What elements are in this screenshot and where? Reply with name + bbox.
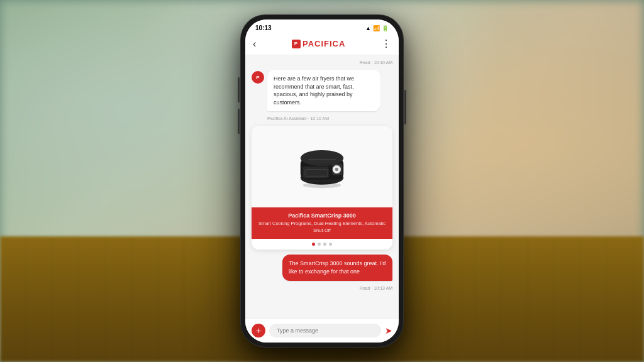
add-button[interactable]: + bbox=[252, 324, 265, 337]
status-icons: ▲ 📶 🔋 bbox=[365, 25, 389, 31]
svg-point-10 bbox=[303, 183, 341, 189]
svg-point-2 bbox=[301, 150, 343, 166]
dot-2[interactable] bbox=[318, 243, 321, 246]
air-fryer-image bbox=[294, 135, 350, 198]
status-time: 10:13 bbox=[255, 25, 272, 31]
product-image-area bbox=[252, 126, 392, 207]
svg-point-5 bbox=[335, 168, 338, 171]
back-button[interactable]: ‹ bbox=[253, 38, 256, 50]
ai-avatar: P bbox=[252, 71, 264, 84]
signal-icon: ▲ bbox=[365, 25, 371, 31]
product-card[interactable]: Pacifica SmartCrisp 3000 Smart Cooking P… bbox=[252, 126, 392, 250]
dot-4[interactable] bbox=[329, 243, 332, 246]
carousel-dots bbox=[252, 239, 392, 250]
brand-logo-icon: P bbox=[292, 40, 301, 48]
dot-3[interactable] bbox=[323, 243, 326, 246]
send-button[interactable]: ➤ bbox=[385, 326, 392, 336]
status-bar: 10:13 ▲ 📶 🔋 bbox=[245, 19, 399, 34]
dot-1[interactable] bbox=[312, 243, 315, 246]
user-message-row: The SmartCrisp 3000 sounds great. I'd li… bbox=[252, 255, 392, 280]
phone-screen: 10:13 ▲ 📶 🔋 ‹ P PACIFICA ⋮ bbox=[245, 19, 399, 343]
product-name: Pacifica SmartCrisp 3000 bbox=[258, 212, 386, 219]
battery-icon: 🔋 bbox=[382, 25, 389, 31]
ai-sender-label: Pacifica AI Assistant · 10:10 AM bbox=[267, 116, 392, 121]
menu-button[interactable]: ⋮ bbox=[381, 38, 391, 50]
input-area: + ➤ bbox=[245, 318, 399, 343]
message-input[interactable] bbox=[269, 324, 381, 337]
wifi-icon: 📶 bbox=[373, 25, 380, 31]
phone-outer: 10:13 ▲ 📶 🔋 ‹ P PACIFICA ⋮ bbox=[240, 14, 404, 348]
product-features: Smart Cooking Programs, Dual Heating Ele… bbox=[258, 221, 386, 234]
phone-wrapper: 10:13 ▲ 📶 🔋 ‹ P PACIFICA ⋮ bbox=[240, 14, 404, 348]
read-timestamp-top: Read · 10:10 AM bbox=[252, 60, 392, 65]
ai-bubble: Here are a few air fryers that we recomm… bbox=[267, 70, 380, 111]
chat-header: ‹ P PACIFICA ⋮ bbox=[245, 34, 399, 55]
user-bubble: The SmartCrisp 3000 sounds great. I'd li… bbox=[282, 255, 392, 280]
chat-area: Read · 10:10 AM P Here are a few air fry… bbox=[245, 55, 399, 318]
product-info: Pacifica SmartCrisp 3000 Smart Cooking P… bbox=[252, 207, 392, 239]
user-read-timestamp: Read · 10:13 AM bbox=[252, 286, 392, 290]
ai-message-row: P Here are a few air fryers that we reco… bbox=[252, 70, 392, 111]
brand-logo: P PACIFICA bbox=[292, 39, 345, 48]
brand-name: PACIFICA bbox=[303, 39, 345, 48]
